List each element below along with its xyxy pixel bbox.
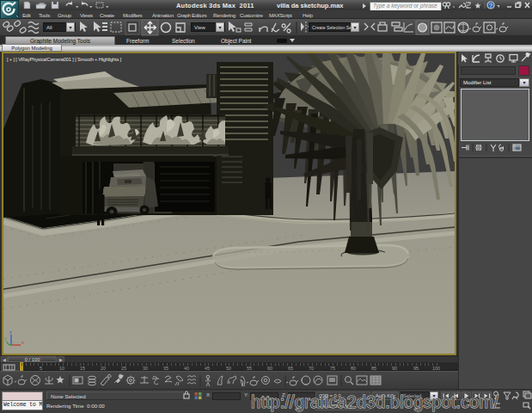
svg-text:http://grafica2d3d.blogspot.co: http://grafica2d3d.blogspot.com/ xyxy=(251,392,498,411)
svg-text:?: ? xyxy=(489,3,492,9)
svg-text:z: z xyxy=(9,330,12,335)
svg-text:y: y xyxy=(4,336,7,341)
svg-text:x: x xyxy=(21,340,24,345)
